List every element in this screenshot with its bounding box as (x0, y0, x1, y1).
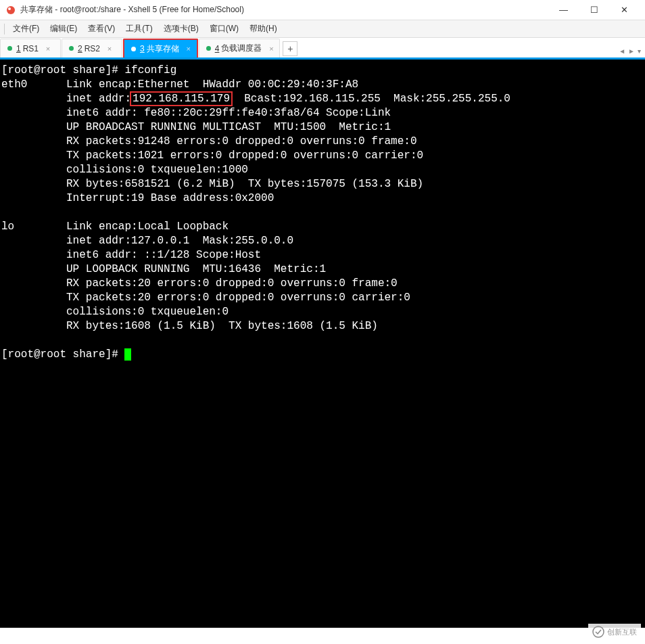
terminal-line: Link encap:Local Loopback (66, 221, 229, 233)
tab-close-icon[interactable]: × (267, 45, 275, 53)
tabbar: 1 RS1 × 2 RS2 × 3 共享存储 × 4 负载调度器 × + ◄ ►… (0, 38, 645, 60)
svg-point-1 (8, 7, 11, 10)
iface-label: lo (1, 221, 14, 233)
svg-point-0 (7, 6, 15, 14)
terminal-line: inet addr:127.0.0.1 Mask:255.0.0.0 (66, 235, 293, 247)
tab-nav: ◄ ► ▾ (617, 47, 642, 55)
connection-status-icon (206, 46, 211, 51)
terminal-cursor (124, 348, 131, 361)
terminal-line: UP BROADCAST RUNNING MULTICAST MTU:1500 … (66, 121, 391, 133)
titlebar: 共享存储 - root@root:/share - Xshell 5 (Free… (0, 0, 645, 20)
connection-status-icon (131, 47, 136, 51)
tab-number: 4 (215, 44, 220, 53)
close-button[interactable]: ✕ (609, 0, 640, 20)
menu-edit[interactable]: 编辑(E) (45, 20, 82, 37)
tab-nav-left-icon[interactable]: ◄ (617, 47, 627, 55)
tab-rs1[interactable]: 1 RS1 × (0, 39, 61, 58)
connection-status-icon (7, 46, 12, 51)
tab-number: 1 (16, 44, 21, 53)
terminal-line: Link encap:Ethernet HWaddr 00:0C:29:40:3… (66, 78, 358, 91)
tab-number: 2 (78, 44, 82, 53)
menu-window[interactable]: 窗口(W) (204, 20, 244, 37)
menu-help[interactable]: 帮助(H) (244, 20, 283, 37)
tab-scheduler[interactable]: 4 负载调度器 × (199, 39, 281, 58)
terminal-line: RX packets:20 errors:0 dropped:0 overrun… (66, 277, 398, 290)
tab-label: RS1 (23, 44, 39, 53)
terminal-line: RX bytes:6581521 (6.2 MiB) TX bytes:1570… (66, 178, 423, 190)
iface-label: eth0 (1, 78, 27, 91)
tab-nav-right-icon[interactable]: ► (627, 47, 636, 55)
terminal-line: inet addr: (66, 93, 131, 105)
terminal-line: inet6 addr: ::1/128 Scope:Host (66, 249, 261, 261)
terminal-line: TX packets:1021 errors:0 dropped:0 overr… (66, 150, 423, 162)
tab-rs2[interactable]: 2 RS2 × (62, 39, 122, 58)
window-title: 共享存储 - root@root:/share - Xshell 5 (Free… (20, 4, 548, 16)
terminal-prompt: [root@root share]# (1, 64, 124, 76)
menu-tools[interactable]: 工具(T) (120, 20, 158, 37)
terminal-line: RX packets:91248 errors:0 dropped:0 over… (66, 135, 416, 147)
tab-label: 负载调度器 (221, 43, 262, 54)
tab-number: 3 (140, 44, 145, 53)
tab-shared-storage[interactable]: 3 共享存储 × (123, 39, 198, 58)
minimize-button[interactable]: — (548, 0, 579, 20)
terminal-line: TX packets:20 errors:0 dropped:0 overrun… (66, 292, 410, 304)
terminal-line: RX bytes:1608 (1.5 KiB) TX bytes:1608 (1… (66, 320, 378, 332)
menu-file[interactable]: 文件(F) (7, 20, 45, 37)
svg-point-2 (593, 626, 604, 637)
terminal-line: Bcast:192.168.115.255 Mask:255.255.255.0 (231, 93, 510, 105)
terminal-command: ifconfig (124, 64, 176, 76)
menu-tabs[interactable]: 选项卡(B) (158, 20, 204, 37)
highlighted-ip: 192.168.115.179 (130, 91, 233, 106)
terminal-line: Interrupt:19 Base address:0x2000 (66, 192, 274, 204)
maximize-button[interactable]: ☐ (579, 0, 609, 20)
tab-label: 共享存储 (147, 43, 179, 55)
tab-nav-menu-icon[interactable]: ▾ (636, 47, 642, 55)
watermark-text: 创新互联 (607, 627, 637, 637)
tab-close-icon[interactable]: × (185, 45, 193, 53)
app-icon (5, 5, 16, 16)
terminal-line: inet6 addr: fe80::20c:29ff:fe40:3fa8/64 … (66, 107, 391, 119)
connection-status-icon (69, 46, 74, 51)
menubar-divider (4, 24, 5, 34)
terminal[interactable]: [root@root share]# ifconfig eth0 Link en… (0, 60, 645, 628)
menubar: 文件(F) 编辑(E) 查看(V) 工具(T) 选项卡(B) 窗口(W) 帮助(… (0, 20, 645, 38)
menu-view[interactable]: 查看(V) (82, 20, 120, 37)
watermark-logo-icon (592, 626, 604, 638)
terminal-line: collisions:0 txqueuelen:0 (66, 306, 229, 318)
terminal-line: collisions:0 txqueuelen:1000 (66, 164, 248, 176)
terminal-prompt: [root@root share]# (1, 348, 124, 361)
window-controls: — ☐ ✕ (548, 0, 640, 20)
tab-close-icon[interactable]: × (105, 45, 114, 53)
tab-close-icon[interactable]: × (44, 45, 52, 53)
watermark: 创新互联 (588, 624, 641, 640)
terminal-line: UP LOOPBACK RUNNING MTU:16436 Metric:1 (66, 263, 326, 275)
tab-label: RS2 (85, 44, 100, 53)
new-tab-button[interactable]: + (283, 41, 297, 56)
